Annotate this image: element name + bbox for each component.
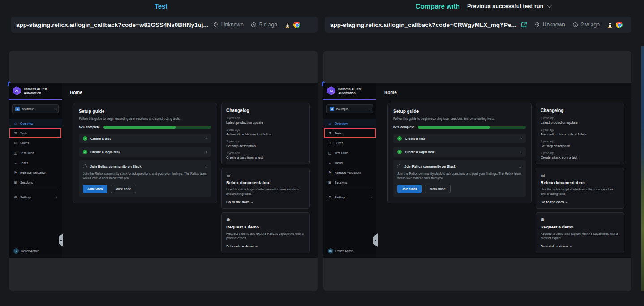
setup-steps: ✓ Create a test › ✓ Create a login task … — [79, 134, 211, 197]
changelog-entry: 1 year ago Latest production update — [541, 116, 619, 125]
app-content: Setup guide Follow this guide to begin r… — [62, 100, 318, 253]
chevron-right-icon: › — [369, 107, 370, 111]
home-icon: ⌂ — [13, 121, 17, 125]
gear-icon: ⚙ — [328, 195, 332, 199]
incomplete-circle-icon — [397, 164, 401, 168]
changelog-title: Changelog — [226, 108, 305, 113]
app-sidebar: AI Harness AI Test Automation B boutique… — [9, 83, 62, 258]
project-selector[interactable]: B boutique › — [12, 104, 59, 113]
user-menu[interactable]: RA Relicx Admin — [13, 248, 39, 254]
sidebar-item-settings[interactable]: ⚙ Settings › — [9, 193, 62, 202]
slack-step-description: Join the Relicx community slack to ask q… — [397, 172, 522, 181]
right-column: Changelog 1 year ago Latest production u… — [536, 103, 624, 253]
setup-guide-title: Setup guide — [79, 109, 211, 114]
sidebar-item-settings[interactable]: ⚙ Settings › — [323, 193, 376, 202]
join-slack-button[interactable]: Join Slack — [83, 185, 107, 193]
sidebar-item-release-validation[interactable]: ⚑ Release Validation — [323, 168, 376, 177]
grid-icon: ⊞ — [328, 141, 332, 145]
brand: AI Harness AI Test Automation — [9, 83, 62, 98]
changelog-entry: 1 year ago Set step description — [541, 140, 619, 148]
chevron-right-icon: › — [520, 150, 522, 154]
compare-url-bar: app-staging.relicx.ai/login_callback?cod… — [325, 17, 631, 33]
sidebar-item-overview[interactable]: ⌂ Overview — [9, 119, 62, 128]
people-icon: ⚉ — [541, 217, 619, 222]
demo-card: ⚉ Request a demo Request a demo and expl… — [536, 212, 624, 253]
changelog-entry: 1 year ago Automatic retries on test fai… — [541, 128, 619, 136]
location-pin-icon — [213, 22, 219, 28]
chevron-down-icon — [547, 3, 552, 8]
sidebar-item-tasks[interactable]: ≡ Tasks — [323, 158, 376, 167]
chrome-icon — [293, 22, 300, 28]
clock-icon — [251, 22, 257, 28]
sidebar-item-release-validation[interactable]: ⚑ Release Validation — [9, 168, 62, 177]
documentation-card: ▤ Relicx documentation Use this guide to… — [221, 168, 310, 209]
sidebar-item-tasks[interactable]: ≡ Tasks — [9, 158, 62, 167]
sidebar-item-sessions[interactable]: ▣ Sessions — [9, 178, 62, 187]
flask-icon: ⚗ — [328, 131, 332, 135]
setup-guide-card: Setup guide Follow this guide to begin r… — [73, 103, 217, 203]
compare-panel-title: Compare with — [416, 2, 460, 10]
chrome-icon — [616, 22, 623, 28]
changelog-entry: 1 year ago Automatic retries on test fai… — [226, 128, 305, 136]
sidebar-item-tests[interactable]: ⚗ Tests — [10, 129, 61, 138]
divider — [327, 190, 372, 190]
sidebar-collapse-handle[interactable] — [59, 233, 63, 247]
join-slack-button[interactable]: Join Slack — [397, 185, 422, 193]
changelog-card: Changelog 1 year ago Latest production u… — [221, 103, 310, 164]
test-panel-title: Test — [155, 2, 168, 10]
mark-done-button[interactable]: Mark done — [425, 185, 451, 193]
accent-divider — [9, 99, 62, 100]
sidebar-nav: ⌂ Overview ⚗ Tests ⊞ Suites ◫ Test Runs … — [323, 119, 376, 187]
chevron-right-icon: › — [520, 137, 522, 141]
schedule-demo-link[interactable]: Schedule a demo → — [226, 244, 305, 248]
list-icon: ≡ — [328, 161, 332, 165]
location-pin-icon — [534, 22, 540, 28]
sidebar-item-sessions[interactable]: ▣ Sessions — [323, 178, 376, 187]
documentation-card: ▤ Relicx documentation Use this guide to… — [536, 168, 624, 209]
changelog-entry: 1 year ago Create a task from a test — [541, 151, 619, 159]
mark-done-button[interactable]: Mark done — [111, 185, 136, 193]
app-header: Home — [62, 83, 318, 100]
sidebar-item-tests[interactable]: ⚗ Tests — [324, 129, 375, 138]
sidebar-item-test-runs[interactable]: ◫ Test Runs — [9, 148, 62, 157]
external-link-icon[interactable] — [521, 22, 527, 28]
test-panel-header: Test — [0, 0, 322, 12]
check-circle-icon: ✓ — [83, 136, 87, 141]
progress-label: 67% complete — [393, 125, 414, 129]
setup-step-join-slack[interactable]: Join Relicx community on Slack ⌄ Join th… — [79, 160, 211, 197]
sidebar-item-test-runs[interactable]: ◫ Test Runs — [323, 148, 376, 157]
home-icon: ⌂ — [328, 121, 332, 125]
sidebar-collapse-handle[interactable] — [373, 233, 378, 247]
sidebar-item-overview[interactable]: ⌂ Overview — [323, 119, 376, 128]
flag-icon: ⚑ — [13, 171, 17, 175]
setup-step-create-test[interactable]: ✓ Create a test › — [79, 134, 211, 143]
sidebar-item-suites[interactable]: ⊞ Suites — [9, 138, 62, 147]
people-icon: ⚉ — [226, 217, 305, 222]
compare-panel: Compare with Previous successful test ru… — [322, 0, 644, 306]
schedule-demo-link[interactable]: Schedule a demo → — [541, 244, 619, 248]
sidebar-item-suites[interactable]: ⊞ Suites — [323, 138, 376, 147]
background-image-strip — [641, 46, 644, 291]
setup-steps: ✓ Create a test › ✓ Create a login task … — [393, 134, 526, 197]
user-menu[interactable]: RA Relicx Admin — [328, 248, 353, 254]
setup-step-create-login-task[interactable]: ✓ Create a login task › — [393, 147, 526, 157]
book-icon: ▤ — [226, 173, 305, 178]
linux-penguin-icon — [284, 22, 291, 28]
go-to-docs-link[interactable]: Go to the docs → — [541, 200, 619, 204]
compare-screenshot-container: AI Harness AI Test Automation B boutique… — [323, 51, 631, 291]
go-to-docs-link[interactable]: Go to the docs → — [226, 200, 305, 204]
compare-run-dropdown[interactable]: Previous successful test run — [467, 3, 550, 9]
setup-step-create-login-task[interactable]: ✓ Create a login task › — [79, 147, 211, 157]
changelog-title: Changelog — [541, 108, 619, 113]
columns-icon: ◫ — [13, 151, 17, 155]
chevron-right-icon: › — [56, 195, 57, 199]
project-selector[interactable]: B boutique › — [326, 104, 373, 113]
project-badge: B — [15, 107, 20, 111]
app-content: Setup guide Follow this guide to begin r… — [376, 100, 631, 253]
setup-step-join-slack[interactable]: Join Relicx community on Slack ⌄ Join th… — [393, 160, 526, 197]
setup-guide-description: Follow this guide to begin recording use… — [79, 116, 211, 121]
setup-guide-card: Setup guide Follow this guide to begin r… — [387, 103, 532, 203]
location-label: Unknown — [543, 22, 565, 28]
avatar: RA — [328, 248, 333, 254]
setup-step-create-test[interactable]: ✓ Create a test › — [393, 134, 526, 143]
